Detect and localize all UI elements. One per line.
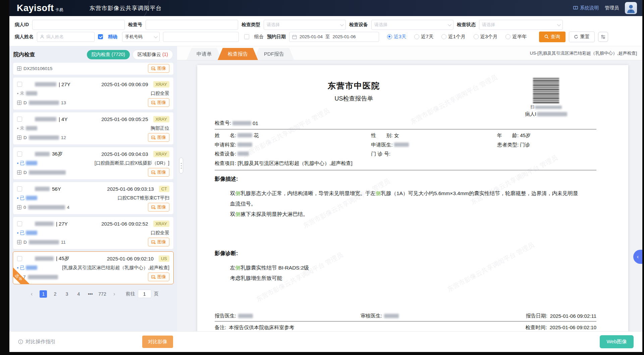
quick-range-3m[interactable]: 近3个月 [474,34,502,40]
exam-checkbox[interactable] [17,152,22,157]
exam-list-panel: 院内检查 院内检查 (7720) 区域影像云 (1) DX250106015 图… [9,46,177,331]
calendar-icon [292,35,297,39]
image-button[interactable]: 图像 [148,133,169,142]
exam-datetime: 2025-01-06 09:02:10 [107,256,154,261]
page-2-button[interactable]: 2 [51,290,59,298]
image-button[interactable]: 图像 [148,273,169,281]
chevron-down-icon [154,34,158,38]
tab-regional-cloud[interactable]: 区域影像云 (1) [132,50,173,60]
phone-input[interactable] [163,32,239,42]
compare-guide-link[interactable]: 对比操作指引 [18,339,56,345]
patient-id-input[interactable] [32,20,125,30]
exam-card[interactable]: | 27Y 2025-01-06 09:06:09 XRAY 未 口腔全景 D1… [13,77,174,110]
redacted-dept [237,142,252,147]
date-range-input[interactable]: 2025-01-04 至 2025-01-06 [289,32,379,42]
quick-range-3d[interactable]: 近3天 [387,34,411,40]
exam-card[interactable]: | 27Y 2025-01-06 09:02:52 XRAY 已 口腔全景 D1… [13,217,174,249]
redacted-patient-name [35,256,54,261]
top-navbar: Kayisoft 卡易 东营市影像云共享调阅平台 系统说明 管理员 [9,0,642,16]
exam-status-select[interactable]: 请选择 [479,20,563,30]
brand-logo: Kayisoft 卡易 [17,3,63,13]
reset-button[interactable]: 重置 [569,32,595,42]
compare-images-button[interactable]: 对比影像 [142,336,173,348]
page-4-button[interactable]: 4 [75,290,82,298]
web-image-button[interactable]: Web图像 [600,335,634,348]
report-date-value: 2025-01-06 09:02:11 [550,313,596,319]
exam-device-select[interactable]: 请选择 [371,20,453,30]
compare-guide-label: 对比操作指引 [25,339,56,345]
redacted-patient-name [35,187,50,191]
goto-unit-label: 页 [154,291,159,297]
quick-range-6m[interactable]: 近半年 [505,34,532,40]
redacted-status [26,91,37,96]
image-button-label: 图像 [157,204,166,210]
report-status: 已 [17,195,37,201]
exam-card-selected[interactable]: | 45岁 2025-01-06 09:02:10 US 已 [乳腺及其引流区淋… [13,251,174,284]
accession-prefix: D [23,170,27,175]
person-icon [40,35,44,39]
image-button[interactable]: 图像 [148,168,169,177]
status-prefix: 已 [20,160,24,166]
quick-range-7d[interactable]: 近7天 [414,34,438,40]
image-description-label: 影像描述: [215,176,596,183]
platform-title: 东营市影像云共享调阅平台 [90,4,162,12]
exam-card[interactable]: | 4Y 2025-01-06 09:05:25 XRAY 未 胸部正位 D12… [13,112,174,145]
date-separator: 至 [325,34,330,40]
exam-checkbox[interactable] [17,117,22,122]
exam-checkbox[interactable] [17,221,22,226]
more-pages-ellipsis[interactable]: ••• [87,290,94,298]
manual-icon [573,6,578,10]
age-label: 年 龄: [497,131,519,140]
image-button[interactable]: 图像 [148,238,169,246]
next-page-button[interactable]: › [111,290,118,298]
combo-checkbox[interactable] [244,34,249,39]
exam-card-partial[interactable]: DX250106015 图像 [13,62,174,75]
tab-application-form[interactable]: 申请单 [186,48,222,60]
image-button[interactable]: 图像 [148,98,169,107]
exam-type-select[interactable]: 请选择 [264,20,346,30]
panel-resize-grip[interactable] [179,158,183,174]
report-title: US检查报告单 [215,95,493,103]
image-button[interactable]: 图像 [148,203,169,212]
page-1-button[interactable]: 1 [40,290,47,298]
modality-badge: CT [159,186,169,192]
filter-row-1: 病人ID 检查号 检查类型 请选择 检查设备 请选择 检查状态 请选择 [15,19,637,30]
page-last-button[interactable]: 772 [98,290,106,298]
prev-page-button[interactable]: ‹ [28,290,35,298]
exam-type-label: 检查类型 [241,22,260,28]
phone-field-select[interactable]: 手机号码 [122,32,160,42]
redacted-exam-no [232,121,251,125]
patient-name-input[interactable]: 病人姓名 [37,32,95,42]
divider [215,321,596,321]
page-3-button[interactable]: 3 [63,290,70,298]
status-prefix: 未 [20,125,24,131]
current-exam-context: US-[乳腺及其引流区淋巴结彩超（乳腺中心）,超声检查] [530,50,637,56]
exam-card[interactable]: 36岁 2025-01-06 09:04:03 XRAY 已 [口腔曲面断层,口… [13,147,174,180]
exam-card[interactable]: 56Y 2025-01-06 09:03:13 CT 已 口腔CBCT锥形束CT… [13,182,174,215]
system-help-link[interactable]: 系统说明 [573,5,599,11]
tab-hospital-exams[interactable]: 院内检查 (7720) [87,50,130,59]
patient-id-prefix: 病人I [525,111,536,117]
exam-checkbox[interactable] [17,82,22,87]
image-button[interactable]: 图像 [148,64,169,73]
quick-range-1m[interactable]: 近1个月 [441,34,470,40]
exam-no-input[interactable] [146,20,238,30]
redacted-accession [29,170,66,175]
exact-match-checkbox[interactable] [98,34,103,39]
redacted-status [26,231,37,235]
query-button[interactable]: 查询 [539,32,566,42]
search-filter-bar: 病人ID 检查号 检查类型 请选择 检查设备 请选择 检查状态 请选择 病人姓名 [9,16,642,46]
redacted-accession [29,135,59,140]
patient-avatar [24,254,33,262]
accession-suffix: 13 [61,100,66,105]
quick-range-3d-label: 近3天 [394,34,406,40]
exam-checkbox[interactable] [17,186,22,191]
redacted-patient-name [35,152,50,156]
user-avatar[interactable] [625,2,637,14]
goto-page-input[interactable] [138,290,151,298]
pagination: ‹ 1 2 3 4 ••• 772 › 前往 页 [13,290,174,298]
exam-checkbox[interactable] [17,256,22,261]
column-settings-button[interactable] [598,32,608,42]
tab-exam-report[interactable]: 检查报告 [218,48,258,60]
tab-pdf-report[interactable]: PDF报告 [254,48,294,60]
